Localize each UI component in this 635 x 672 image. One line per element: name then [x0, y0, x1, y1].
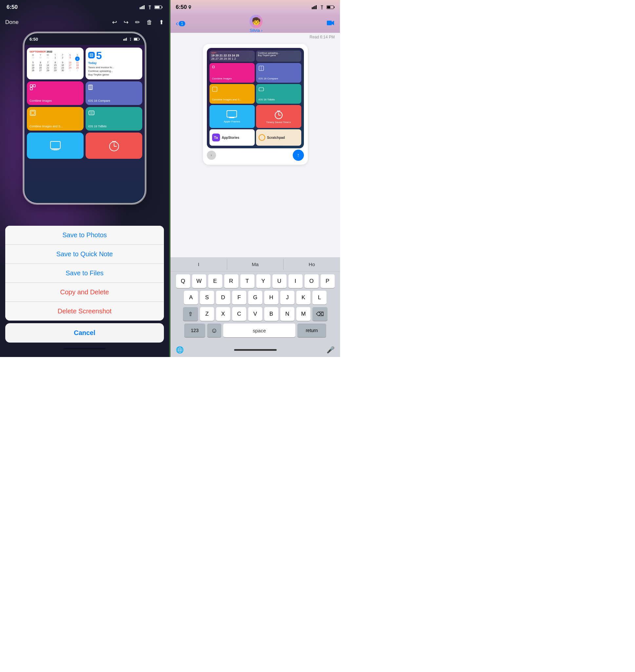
return-key[interactable]: return — [297, 323, 326, 337]
svg-rect-51 — [259, 88, 264, 91]
redo-icon[interactable]: ↪ — [124, 19, 129, 26]
pred-item-3[interactable]: Ho — [284, 259, 340, 270]
key-y[interactable]: Y — [256, 274, 270, 288]
svg-rect-38 — [312, 7, 313, 9]
key-z[interactable]: Z — [200, 307, 214, 321]
shortcut-icon-1 — [29, 84, 36, 90]
screenshot-preview: 6:50 SEPTEMBER 2022 M T W T — [24, 33, 145, 204]
svg-rect-6 — [162, 6, 162, 8]
key-m[interactable]: M — [297, 307, 310, 321]
video-call-button[interactable] — [327, 19, 335, 28]
preview-status-bar: 6:50 — [24, 33, 145, 45]
cal-header: SEPTEMBER 2022 — [29, 50, 81, 53]
key-e[interactable]: E — [208, 274, 222, 288]
key-h[interactable]: H — [264, 291, 278, 304]
svg-rect-41 — [316, 5, 317, 9]
apple-frames-icon — [49, 141, 62, 151]
key-r[interactable]: R — [224, 274, 238, 288]
key-s[interactable]: S — [200, 291, 214, 304]
svg-point-12 — [130, 40, 131, 40]
svg-rect-29 — [51, 149, 59, 150]
svg-rect-0 — [140, 7, 140, 9]
key-w[interactable]: W — [192, 274, 206, 288]
key-g[interactable]: G — [248, 291, 262, 304]
key-q[interactable]: Q — [176, 274, 190, 288]
svg-rect-9 — [124, 39, 125, 41]
message-area: SEPT 19 20 21 22 23 24 25 26 27 28 29 30… — [171, 41, 340, 257]
svg-rect-11 — [126, 38, 127, 41]
reminders-item-2: Continue uploading... — [88, 69, 140, 72]
reminders-count: 5 — [96, 50, 102, 61]
key-p[interactable]: P — [321, 274, 335, 288]
key-o[interactable]: O — [305, 274, 319, 288]
battery-icon-right — [327, 5, 335, 9]
key-k[interactable]: K — [297, 291, 310, 304]
preview-inner: SEPTEMBER 2022 M T W T F S S 29 30 31 — [24, 45, 145, 203]
svg-rect-45 — [327, 6, 330, 8]
save-photos-button[interactable]: Save to Photos — [5, 226, 164, 245]
appstories-label: AppStories — [222, 136, 239, 140]
send-button[interactable]: ↑ — [293, 150, 304, 161]
status-bar-right: 6:50 — [171, 0, 340, 15]
emoji-key[interactable]: ☺ — [207, 323, 221, 337]
space-key[interactable]: space — [223, 323, 295, 337]
save-quick-note-button[interactable]: Save to Quick Note — [5, 245, 164, 264]
microphone-icon[interactable]: 🎤 — [327, 346, 335, 354]
share-icon[interactable]: ⬆ — [159, 19, 164, 26]
msg-tile-combine: Combine Images — [210, 63, 255, 83]
backspace-key[interactable]: ⌫ — [312, 307, 328, 321]
contact-center: 🧒 Silvia › — [249, 15, 263, 33]
msg-cal-mini: SEPT 19 20 21 22 23 24 25 26 27 28 29 30… — [210, 50, 255, 62]
svg-rect-18 — [30, 85, 32, 87]
msg-tile-timery: Timery Saved Timers — [256, 105, 301, 128]
back-badge: 1 — [179, 21, 185, 26]
globe-icon[interactable]: 🌐 — [176, 346, 184, 354]
key-b[interactable]: B — [264, 307, 278, 321]
shortcut-label-4: iOS 16 Tidbits — [88, 125, 140, 128]
key-d[interactable]: D — [216, 291, 230, 304]
shift-key[interactable]: ⇧ — [183, 307, 198, 321]
reminders-icon — [88, 52, 95, 58]
pred-item-2[interactable]: Ma — [227, 259, 284, 270]
key-f[interactable]: F — [232, 291, 246, 304]
wifi-icon-right — [319, 5, 325, 9]
trash-icon[interactable]: 🗑 — [147, 19, 152, 26]
svg-rect-50 — [213, 87, 217, 91]
contact-name[interactable]: Silvia › — [250, 28, 263, 33]
numbers-key[interactable]: 123 — [184, 323, 205, 337]
status-time-right: 6:50 — [176, 4, 187, 10]
key-c[interactable]: C — [232, 307, 246, 321]
key-n[interactable]: N — [280, 307, 294, 321]
back-button[interactable]: ‹ 1 — [176, 19, 185, 28]
done-button[interactable]: Done — [5, 19, 19, 26]
tile-timery — [86, 132, 142, 159]
cancel-button[interactable]: Cancel — [5, 323, 164, 342]
right-panel: 6:50 ‹ 1 🧒 Silvia › Read 6:14 PM — [171, 0, 340, 357]
messages-header: ‹ 1 🧒 Silvia › — [171, 15, 340, 33]
delete-screenshot-button[interactable]: Delete Screenshot — [5, 302, 164, 320]
action-sheet: Save to Photos Save to Quick Note Save t… — [0, 223, 169, 357]
home-indicator-left — [63, 348, 106, 350]
key-t[interactable]: T — [240, 274, 255, 288]
key-v[interactable]: V — [248, 307, 262, 321]
preview-signal — [123, 38, 127, 41]
save-files-button[interactable]: Save to Files — [5, 264, 164, 283]
key-a[interactable]: A — [184, 291, 198, 304]
key-l[interactable]: L — [312, 291, 327, 304]
msg-apple-frames-label: Apple Frames — [224, 120, 240, 123]
avatar[interactable]: 🧒 — [249, 15, 263, 28]
expand-button[interactable]: › — [207, 151, 216, 160]
svg-rect-40 — [314, 6, 315, 9]
key-x[interactable]: X — [216, 307, 230, 321]
key-u[interactable]: U — [272, 274, 286, 288]
predictive-bar: I Ma Ho — [171, 257, 340, 272]
msg-rem-mini: Continue uploading... Buy Tinykin game — [256, 50, 301, 62]
pred-item-1[interactable]: I — [171, 259, 227, 270]
key-j[interactable]: J — [280, 291, 294, 304]
bottom-tiles-row — [27, 132, 142, 159]
key-i[interactable]: I — [288, 274, 303, 288]
svg-rect-3 — [144, 5, 145, 9]
copy-delete-button[interactable]: Copy and Delete — [5, 283, 164, 302]
markup-icon[interactable]: ✏ — [135, 19, 140, 26]
undo-icon[interactable]: ↩ — [112, 19, 117, 26]
